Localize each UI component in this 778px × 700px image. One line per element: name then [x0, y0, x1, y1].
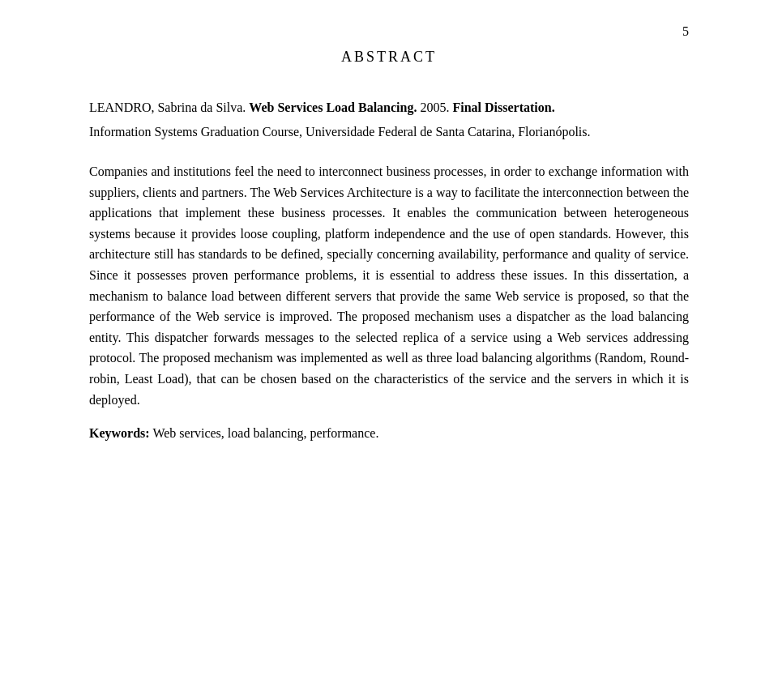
author-name: LEANDRO, Sabrina da Silva. [89, 100, 246, 114]
abstract-title: Abstract [89, 49, 689, 66]
page: 5 Abstract LEANDRO, Sabrina da Silva. We… [0, 0, 778, 700]
dissertation-label: Final Dissertation. [452, 100, 554, 114]
work-title-bold: Web Services Load Balancing. [249, 100, 417, 114]
keywords-line: Keywords: Web services, load balancing, … [89, 423, 689, 444]
page-number: 5 [682, 24, 689, 39]
main-paragraph: Companies and institutions feel the need… [89, 161, 689, 410]
institution-line: Information Systems Graduation Course, U… [89, 122, 689, 142]
keywords-label: Keywords: [89, 426, 150, 440]
author-line: LEANDRO, Sabrina da Silva. Web Services … [89, 98, 689, 117]
keywords-values: Web services, load balancing, performanc… [152, 426, 378, 440]
